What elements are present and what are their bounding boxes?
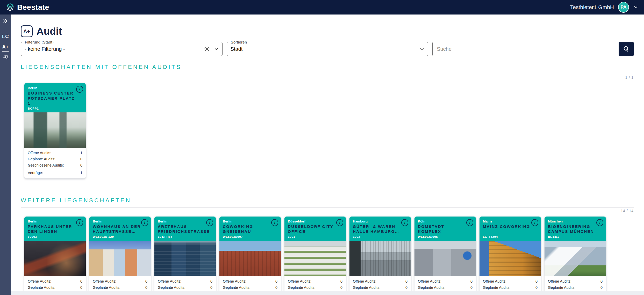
sidebar-expand-button[interactable] <box>0 18 11 24</box>
property-card[interactable]: Berlin ÄRZTEHAUS FRIEDRICHSSTRASSE 101/F… <box>154 217 216 295</box>
info-icon <box>274 221 275 225</box>
info-button[interactable] <box>401 219 408 226</box>
stat-label: Geplante Audits: <box>353 285 380 290</box>
property-photo <box>89 241 151 276</box>
sort-label: Sortieren <box>230 40 248 44</box>
stat-value: 0 <box>600 285 603 290</box>
stat-label: Offene Audits: <box>288 279 311 283</box>
info-button[interactable] <box>76 86 83 93</box>
stat-value: 0 <box>80 163 82 167</box>
property-card[interactable]: Berlin BUSINESS CENTER POTSDAMER PLATZ 1… <box>24 83 86 178</box>
main-content: A+ Audit Filterung (Stadt) - keine Filte… <box>11 15 644 295</box>
property-code: BCPP1 <box>28 107 76 110</box>
city-filter-dropdown-button[interactable] <box>213 46 219 52</box>
property-card-header: Berlin COWORKING GNEISENAU WE50EU/007 <box>219 217 281 241</box>
stat-row-planned-audits: Geplante Audits: 0 <box>93 285 147 290</box>
info-icon <box>469 221 470 225</box>
property-card[interactable]: Berlin WOHNHAUS AN DER HAUPTSTRASSE… WE5… <box>89 217 151 295</box>
avatar[interactable]: PA <box>618 2 629 13</box>
info-button[interactable] <box>596 219 603 226</box>
user-menu: Testbieter1 GmbH PA <box>570 2 638 13</box>
property-photo <box>414 241 476 276</box>
property-card[interactable]: Köln DOMSTADT KOMPLEX WE50EU/005 Offene … <box>414 217 476 295</box>
stat-label: Geplante Audits: <box>418 285 445 290</box>
sort-dropdown-button[interactable] <box>419 46 425 52</box>
property-card[interactable]: Düsseldorf DÜSSELDORF CITY OFFICE 1001 O… <box>284 217 346 295</box>
property-city: München <box>548 219 597 223</box>
stat-label: Geplante Audits: <box>158 285 185 290</box>
property-card[interactable]: München BIOENGINEERING CAMPUS MÜNCHEN BE… <box>545 217 606 295</box>
city-filter-select[interactable]: Filterung (Stadt) - keine Filterung - <box>21 42 223 56</box>
info-button[interactable] <box>76 219 83 226</box>
property-card-header: München BIOENGINEERING CAMPUS MÜNCHEN BE… <box>545 217 606 241</box>
user-menu-chevron-icon[interactable] <box>633 5 638 10</box>
stat-label: Offene Audits: <box>28 151 51 155</box>
property-card-header: Düsseldorf DÜSSELDORF CITY OFFICE 1001 <box>284 217 346 241</box>
property-photo <box>24 241 86 276</box>
stat-value: 0 <box>340 279 342 283</box>
clear-circle-icon <box>204 46 210 52</box>
property-photo <box>349 241 411 276</box>
info-button[interactable] <box>141 219 148 226</box>
stat-label: Geplante Audits: <box>28 285 55 290</box>
stat-value: 0 <box>275 285 277 290</box>
stat-row-planned-audits: Geplante Audits: 0 <box>158 285 212 290</box>
property-city: Berlin <box>93 219 141 223</box>
stat-value: 0 <box>405 279 407 283</box>
info-button[interactable] <box>466 219 473 226</box>
property-card[interactable]: Mainz MAINZ COWORKING LG-38294 Offene Au… <box>480 217 541 295</box>
brand-logo[interactable]: Beestate <box>6 3 49 12</box>
info-icon <box>144 221 145 225</box>
info-button[interactable] <box>206 219 213 226</box>
sidebar-item-liegenschaften[interactable]: LC <box>0 34 11 39</box>
property-card-header: Berlin WOHNHAUS AN DER HAUPTSTRASSE… WE5… <box>89 217 151 241</box>
info-icon <box>79 221 80 225</box>
stat-row-planned-audits: Geplante Audits: 0 <box>418 285 473 290</box>
page-header: A+ Audit <box>21 25 634 37</box>
sort-select[interactable]: Sortieren Stadt <box>227 42 428 56</box>
property-city: Mainz <box>483 219 532 223</box>
stat-row-open-audits: Offene Audits: 0 <box>353 279 407 283</box>
stat-value: 0 <box>405 285 407 290</box>
double-chevron-right-icon <box>3 18 8 24</box>
stat-label: Geplante Audits: <box>223 285 250 290</box>
chevron-down-icon <box>213 46 219 52</box>
info-button[interactable] <box>271 219 278 226</box>
property-card[interactable]: Hamburg GÜTER- & WAREN-HALLE HAMBURG… 10… <box>349 217 411 295</box>
stat-row-planned-audits: Geplante Audits: 0 <box>223 285 277 290</box>
search-input[interactable] <box>432 42 634 56</box>
property-code: 30003 <box>28 235 76 238</box>
other-properties-cards-row: Berlin PARKHAUS UNTER DEN LINDEN 30003 O… <box>21 217 634 295</box>
property-code: WE50EU/ 129 <box>93 235 141 238</box>
sidebar-item-users[interactable] <box>0 55 11 59</box>
stat-row-open-audits: Offene Audits: 0 <box>158 279 212 283</box>
search-button[interactable] <box>619 42 634 56</box>
stat-row-planned-audits: Geplante Audits: 0 <box>353 285 407 290</box>
property-title: BUSINESS CENTER POTSDAMER PLATZ 1 <box>28 91 76 106</box>
topbar: Beestate Testbieter1 GmbH PA <box>0 0 644 15</box>
property-stats: Offene Audits: 1 Geplante Audits: 0 Gesc… <box>24 148 86 178</box>
company-name: Testbieter1 GmbH <box>570 4 614 10</box>
info-button[interactable] <box>336 219 343 226</box>
info-button[interactable] <box>531 219 538 226</box>
property-city: Berlin <box>158 219 206 223</box>
stat-value: 0 <box>470 279 473 283</box>
stat-label: Geplante Audits: <box>483 285 510 290</box>
property-code: LG-38294 <box>483 235 532 238</box>
property-city: Köln <box>418 219 467 223</box>
property-photo <box>24 112 86 148</box>
sidebar-item-audit-label: A+ <box>2 44 9 50</box>
section-counter: 1 / 1 <box>21 75 634 80</box>
clear-filter-button[interactable] <box>204 46 210 52</box>
section-counter: 14 / 14 <box>21 209 634 213</box>
property-city: Berlin <box>28 86 76 90</box>
info-icon <box>209 221 210 225</box>
stat-value: 0 <box>470 285 473 290</box>
chevron-down-icon <box>419 46 425 52</box>
property-title: ÄRZTEHAUS FRIEDRICHSSTRASSE <box>158 224 206 234</box>
property-card[interactable]: Berlin COWORKING GNEISENAU WE50EU/007 Of… <box>219 217 281 295</box>
property-card[interactable]: Berlin PARKHAUS UNTER DEN LINDEN 30003 O… <box>24 217 86 295</box>
property-title: BIOENGINEERING CAMPUS MÜNCHEN <box>548 224 597 234</box>
active-indicator <box>2 51 9 52</box>
sidebar-item-audit[interactable]: A+ <box>0 44 11 52</box>
